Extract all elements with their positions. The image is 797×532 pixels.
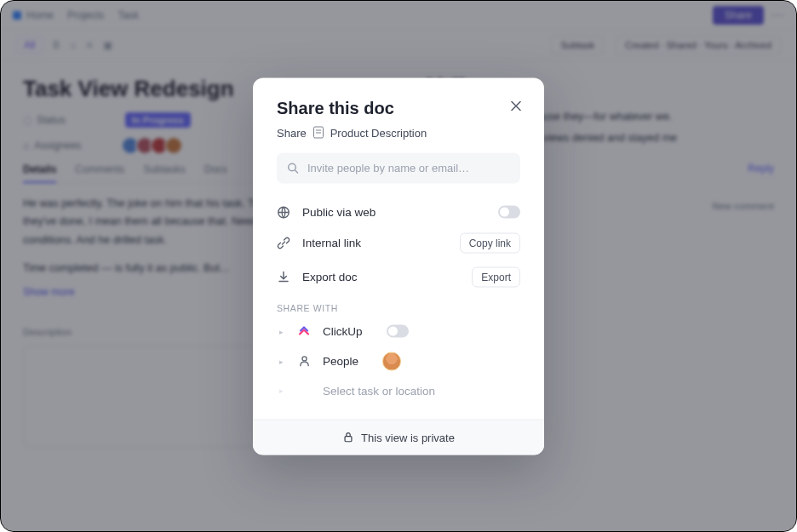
share-people-row[interactable]: ▸ People	[277, 345, 520, 377]
invite-input[interactable]	[307, 162, 510, 174]
modal-footer: This view is private	[253, 419, 544, 455]
export-label: Export doc	[302, 271, 358, 283]
share-clickup-label: ClickUp	[323, 325, 363, 338]
doc-name: Product Description	[330, 126, 427, 139]
person-avatar[interactable]	[382, 352, 401, 370]
internal-link-row: Internal link Copy link	[277, 226, 520, 260]
lock-icon	[342, 432, 354, 443]
expand-icon[interactable]: ▸	[277, 357, 285, 365]
footer-text: This view is private	[361, 431, 455, 443]
svg-point-2	[301, 357, 306, 361]
clickup-icon	[297, 324, 311, 338]
close-icon	[511, 100, 521, 111]
internal-link-label: Internal link	[302, 237, 361, 249]
modal-title: Share this doc	[277, 98, 520, 117]
public-web-label: Public via web	[302, 206, 376, 219]
expand-icon: ▸	[277, 386, 285, 395]
select-location-placeholder: Select task or location	[323, 384, 435, 397]
doc-icon	[313, 127, 324, 139]
close-button[interactable]	[507, 96, 525, 115]
search-icon	[287, 162, 299, 174]
download-icon	[277, 270, 290, 283]
modal-subtitle: Share Product Description	[277, 126, 520, 139]
share-people-label: People	[323, 355, 358, 368]
share-modal: Share this doc Share Product Description…	[253, 77, 544, 455]
export-button[interactable]: Export	[472, 266, 520, 287]
svg-rect-3	[345, 437, 352, 442]
link-icon	[277, 236, 290, 249]
share-prefix: Share	[277, 126, 307, 139]
public-web-toggle[interactable]	[498, 206, 520, 219]
select-location-row[interactable]: ▸ Select task or location	[277, 377, 520, 403]
export-row: Export doc Export	[277, 260, 520, 294]
share-clickup-toggle[interactable]	[387, 325, 409, 338]
invite-search[interactable]	[277, 152, 520, 183]
share-with-heading: SHARE WITH	[277, 302, 520, 312]
globe-icon	[277, 205, 290, 219]
public-web-row: Public via web	[277, 198, 520, 226]
share-clickup-row[interactable]: ▸ ClickUp	[277, 317, 520, 345]
person-icon	[297, 354, 311, 368]
copy-link-button[interactable]: Copy link	[460, 232, 520, 253]
expand-icon[interactable]: ▸	[277, 327, 285, 335]
